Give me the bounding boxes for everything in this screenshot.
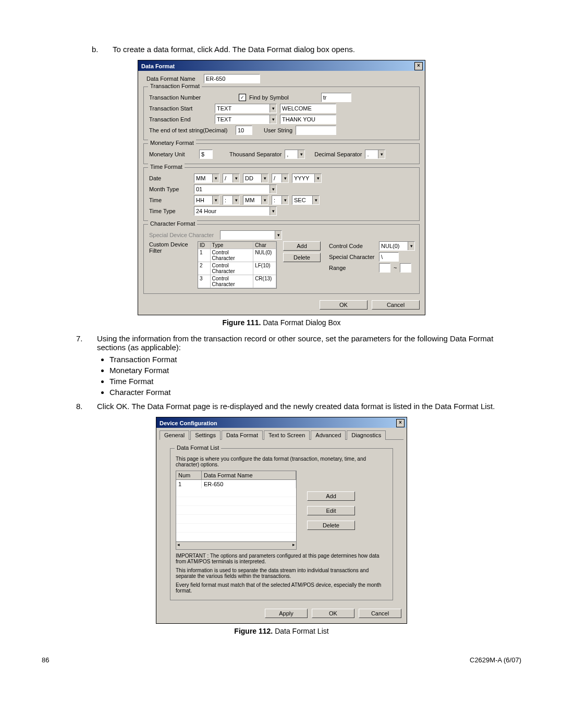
apply-button[interactable]: Apply <box>265 609 308 618</box>
date-sep1-select[interactable]: / <box>223 174 240 183</box>
tab-text-to-screen[interactable]: Text to Screen <box>264 430 310 440</box>
titlebar: Data Format × <box>138 60 425 71</box>
control-code-label: Control Code <box>329 243 376 249</box>
figure-111-caption: Figure 111. Data Format Dialog Box <box>42 318 521 327</box>
special-character-label: Special Character <box>329 254 376 260</box>
list-edit-button[interactable]: Edit <box>307 506 355 515</box>
time-part2-select[interactable]: MM <box>243 195 268 205</box>
filter-delete-button[interactable]: Delete <box>283 253 321 262</box>
thousand-sep-select[interactable]: , <box>285 150 305 159</box>
device-configuration-dialog: Device Configuration × General Settings … <box>156 417 407 624</box>
range-from-field[interactable] <box>379 263 390 273</box>
monetary-format-group: Monetary Format Monetary Unit $ Thousand… <box>143 143 420 164</box>
find-by-symbol-checkbox[interactable]: ✓ <box>239 94 246 101</box>
step-7-text: Using the information from the transacti… <box>97 334 521 352</box>
month-type-select[interactable]: 01 <box>194 184 277 194</box>
custom-device-filter-label: Custom Device Filter <box>149 241 194 254</box>
time-sep2-select[interactable]: : <box>272 195 289 205</box>
data-format-list-group: Data Format List This page is where you … <box>170 448 393 600</box>
ok-button[interactable]: OK <box>320 300 368 310</box>
tab-settings[interactable]: Settings <box>190 430 221 440</box>
data-format-list-table[interactable]: Num Data Format Name 1 ER-650 ◂▸ <box>176 471 297 550</box>
time-type-select[interactable]: 24 Hour <box>194 206 277 216</box>
step-8-text: Click OK. The Data Format page is re-dis… <box>97 402 521 411</box>
time-part3-select[interactable]: SEC <box>292 195 320 205</box>
decimal-sep-label: Decimal Separator <box>314 151 362 157</box>
range-label: Range <box>329 265 376 271</box>
step-8-marker: 8. <box>73 402 97 411</box>
step-b-text: To create a data format, click Add. The … <box>113 45 516 54</box>
date-part3-select[interactable]: YYYY <box>292 174 322 183</box>
special-device-char-select[interactable] <box>220 230 282 240</box>
decimal-sep-select[interactable]: . <box>365 150 385 159</box>
filter-col-id: ID <box>198 242 211 249</box>
important-note-2: This information is used to separate the… <box>176 567 388 579</box>
transaction-end-select[interactable]: TEXT <box>215 115 277 124</box>
tab-diagnostics[interactable]: Diagnostics <box>347 430 386 440</box>
filter-col-type: Type <box>211 242 254 249</box>
monetary-format-title: Monetary Format <box>148 140 196 146</box>
cancel-button[interactable]: Cancel <box>372 300 420 310</box>
special-character-field[interactable]: \ <box>379 252 399 262</box>
cancel-button[interactable]: Cancel <box>359 609 401 618</box>
control-code-select[interactable]: NUL(0) <box>379 241 415 251</box>
titlebar: Device Configuration × <box>156 417 407 428</box>
important-note-3: Every field format must match that of th… <box>176 582 388 594</box>
find-by-symbol-label: Find by Symbol <box>249 94 289 101</box>
list-add-button[interactable]: Add <box>307 491 355 501</box>
bullet-transaction: Transaction Format <box>109 355 521 364</box>
transaction-format-group: Transaction Format Transaction Number ✓ … <box>143 87 420 140</box>
page-number: 86 <box>42 656 49 664</box>
character-format-group: Character Format Special Device Characte… <box>143 224 420 294</box>
step-7-marker: 7. <box>73 334 97 352</box>
time-format-group: Time Format Date MM / DD / YYYY Month Ty… <box>143 167 420 221</box>
date-part1-select[interactable]: MM <box>194 174 219 183</box>
filter-add-button[interactable]: Add <box>283 241 321 251</box>
end-of-text-label: The end of text string(Decimal) <box>149 127 232 133</box>
transaction-end-label: Transaction End <box>149 116 212 122</box>
transaction-end-field[interactable]: THANK YOU <box>280 115 336 124</box>
transaction-start-select[interactable]: TEXT <box>215 104 277 113</box>
data-format-name-field[interactable]: ER-650 <box>204 74 260 83</box>
date-label: Date <box>149 175 191 181</box>
horizontal-scrollbar[interactable]: ◂▸ <box>176 541 296 549</box>
data-format-name-label: Data Format Name <box>146 76 199 82</box>
transaction-start-label: Transaction Start <box>149 105 212 112</box>
find-by-symbol-field[interactable]: tr <box>321 93 351 102</box>
bullet-character: Character Format <box>109 388 521 397</box>
tab-data-format[interactable]: Data Format <box>222 430 263 440</box>
list-delete-button[interactable]: Delete <box>307 521 355 530</box>
range-to-field[interactable] <box>400 263 411 273</box>
data-format-list-desc: This page is where you configure the dat… <box>176 456 388 467</box>
tab-advanced[interactable]: Advanced <box>311 430 346 440</box>
date-part2-select[interactable]: DD <box>243 174 268 183</box>
col-num: Num <box>176 471 202 480</box>
important-note-1: IMPORTANT : The options and parameters c… <box>176 553 388 564</box>
time-part1-select[interactable]: HH <box>194 195 219 205</box>
data-format-dialog: Data Format × Data Format Name ER-650 Tr… <box>138 60 425 315</box>
transaction-number-label: Transaction Number <box>149 94 212 101</box>
date-sep2-select[interactable]: / <box>272 174 289 183</box>
user-string-field[interactable] <box>296 126 336 135</box>
ok-button[interactable]: OK <box>312 609 354 618</box>
transaction-start-field[interactable]: WELCOME <box>280 104 336 113</box>
time-type-label: Time Type <box>149 208 191 214</box>
time-label: Time <box>149 197 191 203</box>
special-device-char-label: Special Device Character <box>149 232 217 238</box>
month-type-label: Month Type <box>149 186 191 192</box>
document-id: C2629M-A (6/07) <box>470 656 521 664</box>
end-of-text-field[interactable]: 10 <box>236 126 252 135</box>
dialog-title: Data Format <box>141 63 175 69</box>
bullet-monetary: Monetary Format <box>109 366 521 375</box>
step-b-marker: b. <box>89 45 113 54</box>
table-row[interactable]: 1 ER-650 <box>176 480 296 488</box>
tab-general[interactable]: General <box>160 430 189 440</box>
time-sep1-select[interactable]: : <box>223 195 240 205</box>
tab-bar: General Settings Data Format Text to Scr… <box>160 430 403 440</box>
close-icon[interactable]: × <box>414 62 423 70</box>
filter-table[interactable]: ID Type Char 1Control CharacterNUL(0) 2C… <box>198 241 277 289</box>
close-icon[interactable]: × <box>396 419 405 427</box>
monetary-unit-field[interactable]: $ <box>199 150 213 159</box>
filter-col-char: Char <box>253 242 276 249</box>
thousand-sep-label: Thousand Separator <box>229 151 282 157</box>
